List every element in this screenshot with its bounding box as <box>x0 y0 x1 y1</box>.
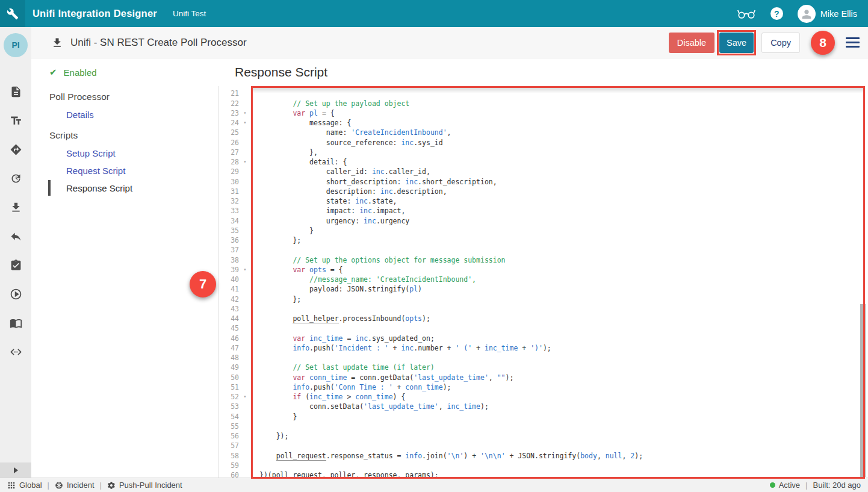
line-number: 32 <box>219 196 239 206</box>
code-line[interactable]: 44 poll_helper.processInbound(opts); <box>219 314 868 323</box>
integration-name[interactable]: Unifi Test <box>173 9 206 18</box>
help-icon[interactable]: ? <box>770 7 783 20</box>
fold-arrow-icon[interactable]: ▾ <box>239 392 251 402</box>
grid-icon <box>8 482 15 488</box>
save-button[interactable]: Save <box>719 33 754 53</box>
code-line[interactable]: 38 // Set up the options object for mess… <box>219 255 868 265</box>
code-line[interactable]: 50 var conn_time = conn.getData('last_up… <box>219 373 868 382</box>
code-line[interactable]: 53 conn.setData('last_update_time', inc_… <box>219 402 868 411</box>
download-icon[interactable] <box>51 37 63 49</box>
rail-reply-icon[interactable] <box>1 222 30 251</box>
code-line[interactable]: 46 var inc_time = inc.sys_updated_on; <box>219 334 868 343</box>
code-line[interactable]: 32 state: inc.state, <box>219 196 868 206</box>
statusbar-item-global[interactable]: Global <box>7 481 42 490</box>
app-logo[interactable] <box>0 0 25 27</box>
code-line[interactable]: 29 caller_id: inc.caller_id, <box>219 167 868 176</box>
menu-icon[interactable] <box>846 37 860 48</box>
code-line[interactable]: 47 info.push('Incident : ' + inc.number … <box>219 343 868 353</box>
code-line[interactable]: 39▾ var opts = { <box>219 265 868 275</box>
code-line[interactable]: 56 }); <box>219 431 868 441</box>
code-line[interactable]: 42 }; <box>219 294 868 304</box>
line-number: 42 <box>219 294 239 304</box>
code-line[interactable]: 41 payload: JSON.stringify(pl) <box>219 284 868 294</box>
rail-assignment-check-icon[interactable] <box>1 251 30 279</box>
nav-item-setup-script[interactable]: Setup Script <box>49 147 218 159</box>
code-line[interactable]: 30 short_description: inc.short_descript… <box>219 177 868 187</box>
line-number: 60 <box>219 470 239 478</box>
editor-scrollbar[interactable] <box>860 304 866 477</box>
rail-text-fields-icon[interactable] <box>1 106 30 135</box>
fold-arrow-icon[interactable]: ▾ <box>239 157 251 167</box>
rail-update-icon[interactable] <box>1 164 30 193</box>
code-line[interactable]: 31 description: inc.description, <box>219 187 868 196</box>
code-line[interactable]: 55 <box>219 422 868 431</box>
code-text: var pl = { <box>251 108 335 118</box>
fold-arrow-icon[interactable]: ▾ <box>239 265 251 275</box>
code-line[interactable]: 21 <box>219 89 868 98</box>
nav-section-title: Scripts <box>49 129 218 142</box>
code-line[interactable]: 45 <box>219 323 868 333</box>
copy-button[interactable]: Copy <box>761 33 800 53</box>
line-number: 48 <box>219 353 239 363</box>
rail-book-icon[interactable] <box>1 308 30 337</box>
code-text: info.push('Conn Time : ' + conn_time); <box>251 382 451 392</box>
line-number: 50 <box>219 373 239 382</box>
code-line[interactable]: 35 } <box>219 226 868 235</box>
rail-play-circle-icon[interactable] <box>1 279 30 308</box>
code-line[interactable]: 51 info.push('Conn Time : ' + conn_time)… <box>219 382 868 392</box>
code-text: }, <box>251 148 318 157</box>
code-line[interactable]: 43 <box>219 304 868 314</box>
chevron-right-icon <box>14 467 18 473</box>
code-line[interactable]: 54 } <box>219 412 868 422</box>
code-line[interactable]: 52▾ if (inc_time > conn_time) { <box>219 392 868 402</box>
code-line[interactable]: 22 // Set up the payload object <box>219 99 868 108</box>
nav-item-request-script[interactable]: Request Script <box>49 164 218 176</box>
code-line[interactable]: 24▾ message: { <box>219 118 868 128</box>
nav-item-response-script[interactable]: Response Script <box>49 182 218 194</box>
code-editor[interactable]: 20 body.result.forEach(function (inc) {2… <box>218 86 868 478</box>
enabled-toggle[interactable]: ✔ Enabled <box>49 66 218 78</box>
rail-download-icon[interactable] <box>1 193 30 222</box>
code-line[interactable]: 59 <box>219 461 868 470</box>
code-text: poll_request.response_status = info.join… <box>251 451 643 461</box>
line-number: 37 <box>219 245 239 255</box>
code-line[interactable]: 49 // Set last update time (if later) <box>219 363 868 372</box>
rail-document-icon[interactable] <box>1 77 30 106</box>
code-line[interactable]: 27 }, <box>219 148 868 157</box>
statusbar-item-incident[interactable]: Incident <box>55 481 95 490</box>
code-text: var conn_time = conn.getData('last_updat… <box>251 373 513 382</box>
glasses-icon[interactable] <box>737 8 756 19</box>
avatar[interactable]: PI <box>4 33 28 57</box>
code-line[interactable]: 34 urgency: inc.urgency <box>219 216 868 226</box>
code-line[interactable]: 58 poll_request.response_status = info.j… <box>219 451 868 461</box>
rail-directions-icon[interactable] <box>1 135 30 164</box>
line-number: 22 <box>219 99 239 108</box>
status-bar: Global|Incident|Push-Pull Incident Activ… <box>0 478 868 492</box>
disable-button[interactable]: Disable <box>669 33 715 53</box>
code-line[interactable]: 28▾ detail: { <box>219 157 868 167</box>
code-text: state: inc.state, <box>251 196 397 206</box>
line-number: 21 <box>219 89 239 98</box>
code-line[interactable]: 57 <box>219 441 868 450</box>
line-number: 53 <box>219 402 239 411</box>
code-text: urgency: inc.urgency <box>251 216 409 226</box>
fold-arrow-icon[interactable]: ▾ <box>239 108 251 118</box>
assignment-check-icon <box>11 259 20 270</box>
nav-item-details[interactable]: Details <box>49 108 218 120</box>
user-menu[interactable]: Mike Ellis <box>798 5 857 23</box>
rail-code-icon[interactable] <box>1 337 30 366</box>
code-line[interactable]: 25 name: 'CreateIncidentInbound', <box>219 128 868 137</box>
check-icon: ✔ <box>49 67 57 78</box>
code-line[interactable]: 23▾ var pl = { <box>219 108 868 118</box>
code-line[interactable]: 36 }; <box>219 235 868 245</box>
statusbar-item-push-pull-incident[interactable]: Push-Pull Incident <box>107 481 182 490</box>
code-line[interactable]: 33 impact: inc.impact, <box>219 206 868 216</box>
code-line[interactable]: 40 //message_name: 'CreateIncidentInboun… <box>219 275 868 284</box>
collapse-sidebar-button[interactable] <box>0 462 31 478</box>
fold-arrow-icon[interactable]: ▾ <box>239 118 251 128</box>
line-number: 28 <box>219 157 239 167</box>
code-line[interactable]: 60})(poll_request, poller, response, par… <box>219 470 868 478</box>
code-line[interactable]: 48 <box>219 353 868 363</box>
code-line[interactable]: 37 <box>219 245 868 255</box>
code-line[interactable]: 26 source_reference: inc.sys_id <box>219 138 868 148</box>
